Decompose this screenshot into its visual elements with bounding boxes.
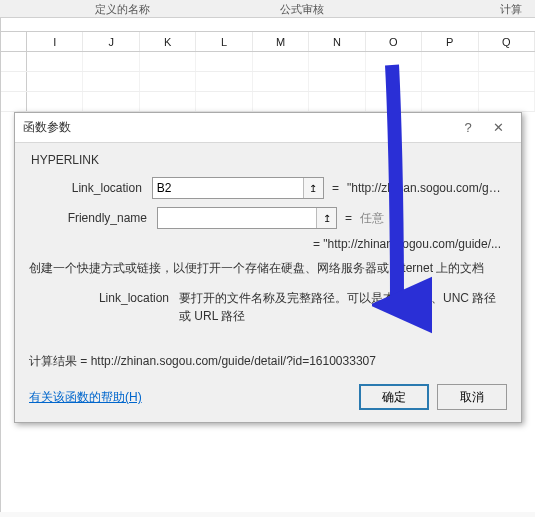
range-selector-icon[interactable]: ↥	[303, 178, 323, 198]
ribbon-group-names: 定义的名称	[95, 2, 150, 17]
col-header[interactable]: K	[140, 32, 196, 51]
equals-sign: =	[337, 211, 360, 225]
col-header[interactable]: P	[422, 32, 478, 51]
col-header[interactable]: I	[27, 32, 83, 51]
ribbon-group-calc: 计算	[500, 2, 522, 17]
range-selector-icon[interactable]: ↥	[316, 208, 336, 228]
arg-result: "http://zhinan.sogou.com/guide/...	[347, 181, 507, 195]
dialog-titlebar[interactable]: 函数参数 ? ✕	[15, 113, 521, 143]
evaluation-line: = "http://zhinan.sogou.com/guide/...	[29, 237, 507, 251]
argument-description: Link_location 要打开的文件名称及完整路径。可以是本地硬盘、UNC …	[29, 289, 507, 325]
help-icon[interactable]: ?	[453, 117, 483, 139]
arg-row-link-location: Link_location ↥ = "http://zhinan.sogou.c…	[29, 177, 507, 199]
function-description: 创建一个快捷方式或链接，以便打开一个存储在硬盘、网络服务器或 Internet …	[29, 259, 507, 277]
ribbon-groups: 定义的名称 公式审核 计算	[0, 0, 535, 18]
column-headers: I J K L M N O P Q	[1, 32, 535, 52]
col-header[interactable]: Q	[479, 32, 535, 51]
col-header[interactable]: J	[83, 32, 139, 51]
arg-label: Friendly_name	[29, 211, 157, 225]
col-header[interactable]: N	[309, 32, 365, 51]
col-header[interactable]: O	[366, 32, 422, 51]
arg-result: 任意	[360, 210, 384, 227]
function-arguments-dialog: 函数参数 ? ✕ HYPERLINK Link_location ↥ = "ht…	[14, 112, 522, 423]
ok-button[interactable]: 确定	[359, 384, 429, 410]
arg-label: Link_location	[29, 181, 152, 195]
friendly-name-input[interactable]	[157, 207, 337, 229]
close-icon[interactable]: ✕	[483, 117, 513, 139]
ribbon-group-audit: 公式审核	[280, 2, 324, 17]
col-header[interactable]: L	[196, 32, 252, 51]
link-location-input[interactable]	[152, 177, 324, 199]
help-link[interactable]: 有关该函数的帮助(H)	[29, 389, 142, 406]
function-name: HYPERLINK	[31, 153, 507, 167]
equals-sign: =	[324, 181, 347, 195]
calculation-result: 计算结果 = http://zhinan.sogou.com/guide/det…	[29, 353, 507, 370]
cancel-button[interactable]: 取消	[437, 384, 507, 410]
arg-desc-label: Link_location	[29, 289, 179, 325]
arg-row-friendly-name: Friendly_name ↥ = 任意	[29, 207, 507, 229]
col-header[interactable]: M	[253, 32, 309, 51]
arg-desc-text: 要打开的文件名称及完整路径。可以是本地硬盘、UNC 路径或 URL 路径	[179, 289, 507, 325]
dialog-title: 函数参数	[23, 119, 453, 136]
